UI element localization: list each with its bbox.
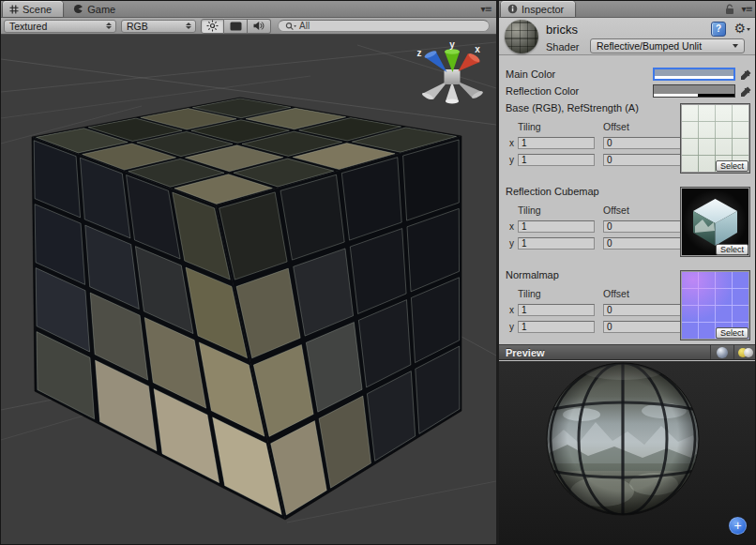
speaker-icon xyxy=(253,21,265,31)
y-axis-label: y xyxy=(509,155,514,165)
tab-inspector[interactable]: Inspector xyxy=(501,1,575,17)
cubemap-tiling-offset: Tiling Offset x y xyxy=(506,203,676,250)
gizmo-neg-y-cone[interactable] xyxy=(446,82,459,101)
cubemap-offset-y-input[interactable] xyxy=(603,237,682,250)
skybox-toggle-button[interactable] xyxy=(224,19,248,34)
base-tiling-offset: Tiling Offset x y xyxy=(506,119,676,167)
main-color-swatch[interactable] xyxy=(653,68,735,81)
cubemap-texture-thumbnail[interactable]: Select xyxy=(680,187,750,257)
base-tiling-y-input[interactable] xyxy=(518,154,595,166)
eyedropper-icon[interactable] xyxy=(740,68,752,81)
normalmap-tiling-x-input[interactable] xyxy=(518,304,595,316)
preview-mesh-button[interactable] xyxy=(710,345,733,359)
inspector-menu-icon[interactable]: ▾≡ xyxy=(742,5,752,14)
material-preview-ball xyxy=(505,20,538,53)
render-mode-value: Textured xyxy=(9,21,47,32)
preview-panel: Preview xyxy=(499,344,756,545)
gear-caret-icon xyxy=(747,28,750,31)
search-icon xyxy=(285,22,296,31)
offset-header: Offset xyxy=(603,288,682,299)
material-properties: Main Color Reflection Color Base (RGB), … xyxy=(499,55,756,344)
reflection-color-alpha-bar xyxy=(654,94,734,97)
material-preview-sphere[interactable] xyxy=(499,361,756,531)
normalmap-select-button[interactable]: Select xyxy=(716,327,748,339)
normalmap-tiling-offset: Tiling Offset x y xyxy=(506,286,676,334)
reflection-color-row: Reflection Color xyxy=(506,84,753,98)
main-color-row: Main Color xyxy=(506,68,753,81)
scene-toggle-buttons xyxy=(201,19,271,34)
color-mode-value: RGB xyxy=(127,21,148,32)
game-icon xyxy=(73,4,83,14)
preview-light-button[interactable] xyxy=(733,345,756,359)
add-button[interactable]: + xyxy=(729,517,747,535)
image-icon xyxy=(230,22,242,31)
shader-dropdown[interactable]: Reflective/Bumped Unlit xyxy=(590,38,745,53)
lock-icon[interactable] xyxy=(725,4,735,15)
tab-game[interactable]: Game xyxy=(67,1,127,17)
x-axis-label: x xyxy=(509,221,514,232)
material-header: bricks Shader Reflective/Bumped Unlit ? … xyxy=(499,18,756,55)
tab-scene[interactable]: Scene xyxy=(3,1,63,17)
preview-viewport[interactable]: + xyxy=(499,361,756,545)
tiling-header: Tiling xyxy=(518,121,595,132)
base-select-button[interactable]: Select xyxy=(716,160,748,172)
cube-mesh[interactable] xyxy=(32,98,461,520)
cubemap-tiling-x-input[interactable] xyxy=(518,220,595,233)
x-axis-label: x xyxy=(509,138,514,148)
offset-header: Offset xyxy=(603,121,682,132)
offset-header: Offset xyxy=(603,204,682,216)
scene-panel: Scene Game ▾≡ Textured RGB xyxy=(1,1,496,545)
reflection-color-swatch[interactable] xyxy=(653,84,735,98)
cubemap-texture-label: Reflection Cubemap xyxy=(506,186,676,202)
normalmap-tiling-y-input[interactable] xyxy=(518,321,595,333)
inspector-tabbar: Inspector ▾≡ xyxy=(499,1,756,18)
scene-panel-menu-icon[interactable]: ▾≡ xyxy=(481,5,491,14)
gizmo-neg-y-cap xyxy=(446,98,459,103)
render-mode-dropdown[interactable]: Textured xyxy=(4,20,116,33)
gizmo-y-label: y xyxy=(449,39,455,50)
y-axis-label: y xyxy=(509,322,514,332)
base-tiling-x-input[interactable] xyxy=(518,137,595,149)
sphere-icon xyxy=(717,347,728,358)
cubemap-tiling-y-input[interactable] xyxy=(518,237,595,250)
gear-icon[interactable]: ⚙ xyxy=(733,21,750,36)
cubemap-offset-x-input[interactable] xyxy=(603,220,682,233)
scene-search-input[interactable]: All xyxy=(278,20,490,32)
color-mode-dropdown[interactable]: RGB xyxy=(121,20,196,33)
audio-toggle-button[interactable] xyxy=(248,19,271,34)
search-value: All xyxy=(299,21,310,31)
tab-game-label: Game xyxy=(87,4,115,15)
preview-header[interactable]: Preview xyxy=(499,344,756,360)
normalmap-offset-y-input[interactable] xyxy=(603,321,682,333)
base-texture-thumbnail[interactable]: Select xyxy=(680,103,750,174)
eyedropper-icon[interactable] xyxy=(740,85,752,98)
tiling-header: Tiling xyxy=(518,288,595,299)
normalmap-texture-property: Normalmap Tiling Offset x y Select xyxy=(506,269,753,344)
scene-3d-view[interactable]: y x z xyxy=(1,35,496,545)
main-color-label: Main Color xyxy=(506,68,653,80)
sun-icon xyxy=(206,20,219,32)
reflection-color-label: Reflection Color xyxy=(506,85,653,97)
base-offset-y-input[interactable] xyxy=(603,154,682,166)
shader-label: Shader xyxy=(546,41,579,53)
help-icon[interactable]: ? xyxy=(711,22,726,37)
x-axis-label: x xyxy=(509,305,514,315)
gizmo-x-label: x xyxy=(475,44,480,54)
base-offset-x-input[interactable] xyxy=(603,137,682,149)
cubemap-select-button[interactable]: Select xyxy=(716,244,748,255)
normalmap-offset-x-input[interactable] xyxy=(603,304,682,316)
updown-arrows-icon xyxy=(186,23,191,29)
scene-viewport[interactable]: y x z xyxy=(1,35,496,545)
gizmo-y-cone[interactable] xyxy=(445,52,460,72)
normalmap-texture-thumbnail[interactable]: Select xyxy=(680,270,750,341)
y-axis-label: y xyxy=(509,238,514,249)
base-texture-property: Base (RGB), RefStrength (A) Tiling Offse… xyxy=(506,102,753,177)
gizmo-z-label: z xyxy=(417,48,422,58)
gizmo-y-cap xyxy=(445,49,460,54)
inspector-panel: Inspector ▾≡ bricks Shader Reflective/Bu… xyxy=(499,1,756,545)
lighting-toggle-button[interactable] xyxy=(201,19,224,34)
info-icon xyxy=(507,4,518,14)
tab-scene-label: Scene xyxy=(23,4,52,15)
chevron-down-icon xyxy=(733,44,738,48)
light-off-icon xyxy=(744,348,753,357)
